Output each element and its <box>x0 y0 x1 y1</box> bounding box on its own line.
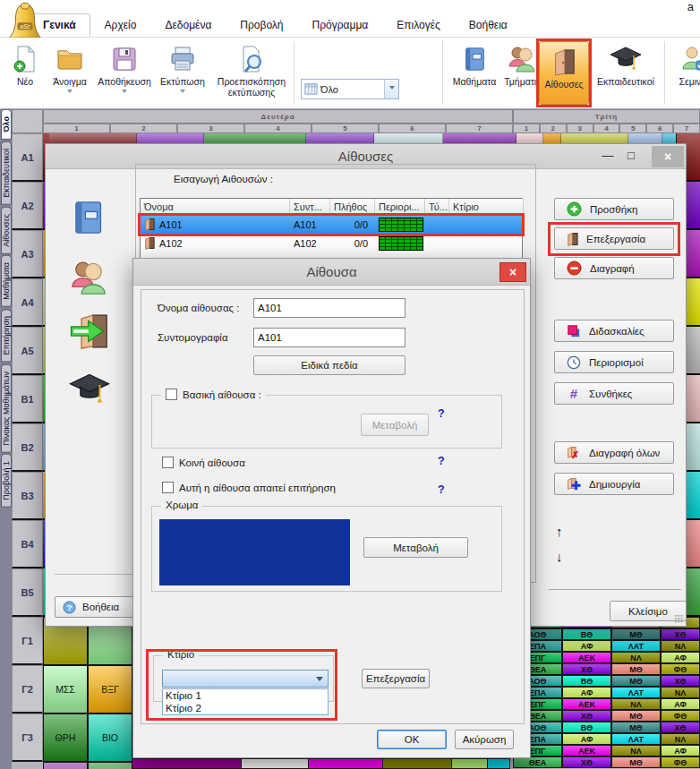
column-header[interactable]: Τύ... <box>425 199 449 215</box>
new-button[interactable]: Νέο <box>5 42 45 87</box>
room-dialog-titlebar[interactable]: Αίθουσα × <box>133 259 530 286</box>
open-folder-icon <box>55 42 84 76</box>
subjects-button[interactable]: Μαθήματα <box>448 42 501 87</box>
supervision-checkbox[interactable] <box>162 482 174 493</box>
teachers-button[interactable]: Εκπαιδευτικοί <box>589 42 662 87</box>
minimize-icon[interactable]: — <box>600 149 616 162</box>
menu-tab[interactable]: Επιλογές <box>382 13 455 37</box>
printer-icon <box>168 42 197 76</box>
cancel-button[interactable]: Ακύρωση <box>455 730 514 749</box>
open-dropdown-caret[interactable] <box>67 90 73 96</box>
period-header: 4 <box>244 124 312 133</box>
toolbar: Νέο Άνοιγμα Αποθήκευση Εκτύπωση Προεπισκ… <box>0 38 700 109</box>
room-color-swatch[interactable] <box>159 519 350 585</box>
maximize-icon[interactable]: □ <box>623 149 639 162</box>
edit-button[interactable]: Επεξεργασία <box>554 227 674 250</box>
menu-tab[interactable]: Δεδομένα <box>150 13 226 37</box>
close-icon[interactable]: × <box>652 146 684 167</box>
column-header[interactable]: Όνομα <box>141 199 290 215</box>
room-dialog-title: Αίθουσα <box>306 264 356 279</box>
room-type <box>425 234 449 252</box>
save-floppy-icon <box>110 42 139 76</box>
constraints-button[interactable]: Περιορισμοί <box>554 351 674 373</box>
view-selector-combobox[interactable]: Όλο <box>301 79 399 99</box>
building-option[interactable]: Κτίριο 1 <box>163 689 328 702</box>
book-icon <box>461 42 488 76</box>
special-fields-button[interactable]: Ειδικά πεδία <box>253 355 405 375</box>
print-dropdown-caret[interactable] <box>180 90 185 96</box>
timetable-cell: ΑΕΚ <box>562 745 611 756</box>
timetable-cell: ΒΞΓ <box>88 665 132 713</box>
top-bar: aSc a ΓενικάΑρχείοΔεδομέναΠροβολήΠρόγραμ… <box>0 0 700 38</box>
room-type <box>425 215 449 234</box>
building-combobox[interactable] <box>162 670 329 688</box>
view-tab[interactable]: Μαθήματα <box>1 255 12 307</box>
close-icon[interactable]: × <box>499 262 526 282</box>
view-tab[interactable]: Επιτήρηση <box>1 309 12 362</box>
shared-room-row: Κοινή αίθουσα <box>162 457 245 468</box>
move-down-arrow[interactable]: ↓ <box>556 549 563 564</box>
room-row[interactable]: A101 A101 0/0 <box>141 215 522 234</box>
save-button[interactable]: Αποθήκευση <box>95 42 154 96</box>
classes-button[interactable]: Τμήματα <box>501 42 542 87</box>
save-dropdown-caret[interactable] <box>122 90 127 96</box>
column-header[interactable]: Συντ... <box>290 199 330 215</box>
period-header: 6 <box>646 124 673 133</box>
timetable-cell: ΘΡΗ <box>43 713 88 762</box>
menu-tab[interactable]: Βοήθεια <box>455 13 522 37</box>
help-question-mark[interactable]: ? <box>438 483 445 496</box>
period-header: 5 <box>619 124 646 133</box>
help-button[interactable]: ? Βοήθεια <box>55 596 133 618</box>
rooms-door-arrow-icon[interactable] <box>69 312 110 354</box>
conditions-button[interactable]: # Συνθήκες <box>554 382 674 405</box>
column-header[interactable]: Κτίριο <box>449 199 524 215</box>
view-tab[interactable]: Όλο <box>1 109 12 140</box>
print-button[interactable]: Εκτύπωση <box>156 42 209 96</box>
ok-button[interactable]: OK <box>377 730 447 749</box>
teachers-cap-icon[interactable] <box>69 372 110 414</box>
view-tab[interactable]: Αίθουσες <box>1 207 12 254</box>
room-name: A102 <box>159 238 183 249</box>
column-header[interactable]: Πλήθος <box>330 199 375 215</box>
help-question-mark[interactable]: ? <box>438 455 445 467</box>
graduation-cap-icon <box>610 42 642 76</box>
help-question-mark[interactable]: ? <box>438 407 445 420</box>
building-option[interactable]: Κτίριο 2 <box>163 702 328 714</box>
room-building <box>449 215 524 234</box>
home-room-checkbox[interactable] <box>166 389 177 400</box>
seminars-button[interactable]: Σεμινά <box>670 42 700 87</box>
add-button[interactable]: Προσθήκη <box>554 198 674 220</box>
delete-button[interactable]: Διαγραφή <box>554 257 674 279</box>
create-button[interactable]: ✚ Δημιουργία <box>554 473 674 495</box>
timetable-cell: ΜΣΣ <box>43 665 88 713</box>
menu-tab[interactable]: Προβολή <box>226 13 297 37</box>
rooms-button[interactable]: Αίθουσες <box>539 41 589 105</box>
menu-tab[interactable]: Πρόγραμμα <box>298 13 383 37</box>
room-row[interactable]: A102 A102 0/0 <box>141 234 522 252</box>
room-abbr-input[interactable] <box>253 328 405 347</box>
delete-all-button[interactable]: ✗ Διαγραφή όλων <box>554 441 674 464</box>
subjects-book-icon[interactable] <box>69 198 110 239</box>
classes-people-icon[interactable] <box>69 259 110 300</box>
color-change-button[interactable]: Μεταβολή <box>363 537 468 558</box>
building-edit-button[interactable]: Επεξεργασία <box>362 669 430 688</box>
menu-tab[interactable]: Αρχείο <box>90 13 151 37</box>
move-up-arrow[interactable]: ↑ <box>556 524 563 539</box>
view-tab[interactable]: Προβολή 1 <box>1 454 12 508</box>
view-selector-arrow[interactable] <box>384 80 398 98</box>
room-name-input[interactable] <box>253 298 405 318</box>
timetable-cell: ΑΦ <box>562 640 611 652</box>
door-icon <box>144 236 155 250</box>
open-button[interactable]: Άνοιγμα <box>47 42 93 96</box>
row-label: A5 <box>12 327 43 375</box>
row-label: A3 <box>12 230 43 278</box>
period-header: 1 <box>43 124 110 133</box>
column-header[interactable]: Περιορι... <box>375 199 425 215</box>
view-tab[interactable]: Πίνακας Μαθημάτων <box>1 364 12 453</box>
resize-grip[interactable] <box>674 614 683 623</box>
shared-room-checkbox[interactable] <box>162 457 174 468</box>
view-tab[interactable]: Εκπαιδευτικοί <box>1 141 12 205</box>
timetable-bottom-right-grid: ΘΕΑΧΘΜΘΦΘΑΟΘΒΘΜΘΧΘΕΠΑΑΦΛΑΤΝΛΕΠΓΑΕΚΝΛΑΦΘΕ… <box>513 617 700 769</box>
print-preview-button[interactable]: Προεπισκόπηση εκτύπωσης <box>211 42 292 98</box>
lessons-button[interactable]: Διδασκαλίες <box>554 320 674 342</box>
